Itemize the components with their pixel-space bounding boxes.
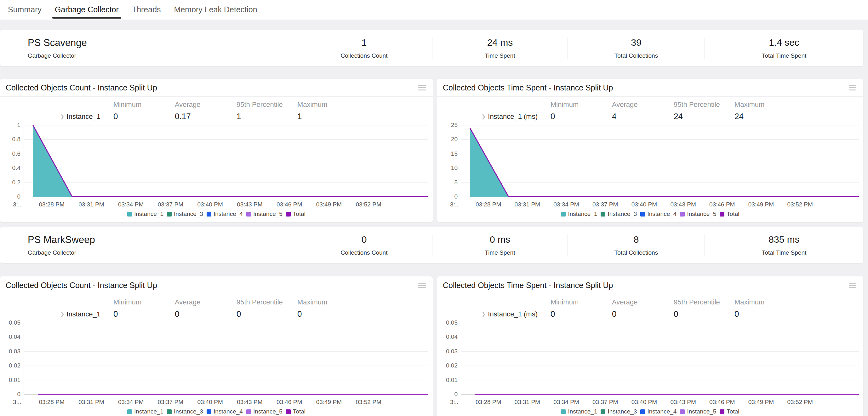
charts-row-2: Collected Objects Count - Instance Split… [0,276,863,416]
legend-item-instance_5[interactable]: Instance_5 [680,210,716,217]
x-axis-tick-label: 03:43 PM [237,201,262,208]
x-axis-tick-label: 03:28 PM [39,201,64,208]
instance-row-toggle[interactable]: ❯Instance_1 (ms) [437,113,549,121]
legend-swatch [127,409,132,414]
legend-swatch [680,409,685,414]
legend-item-total[interactable]: Total [286,408,306,415]
legend-item-total[interactable]: Total [720,210,739,217]
column-header-95th-percentile: 95th Percentile [673,100,733,109]
legend-item-instance_3[interactable]: Instance_3 [167,210,203,217]
legend-label: Instance_3 [174,210,203,217]
column-header-minimum: Minimum [549,100,611,109]
column-header-minimum: Minimum [112,298,174,306]
y-axis-tick-label: 0 [454,391,458,398]
hamburger-menu-icon[interactable] [848,84,857,92]
chart-header: Collected Objects Time Spent - Instance … [437,79,863,97]
gc-name-sublabel: Garbage Collector [28,52,296,59]
legend-item-instance_4[interactable]: Instance_4 [640,408,677,415]
stat-total-time-spent: 1.4 sec Total Time Spent [705,37,863,59]
y-axis-tick-label: 0.04 [446,333,458,340]
series-line-total [33,125,428,197]
y-axis-tick-label: 20 [451,136,458,143]
legend-item-instance_1[interactable]: Instance_1 [127,210,163,217]
stat-maximum: 0 [733,309,863,319]
chart-legend: Instance_1Instance_3Instance_4Instance_5… [0,210,433,217]
x-axis: 3:..03:28 PM03:31 PM03:34 PM03:37 PM03:4… [461,396,859,407]
legend-item-instance_1[interactable]: Instance_1 [127,408,163,415]
legend-item-instance_1[interactable]: Instance_1 [561,210,597,217]
y-axis-tick-label: 0.03 [446,348,458,355]
stat-collections-count: 1 Collections Count [296,37,432,59]
legend-item-instance_4[interactable]: Instance_4 [207,408,243,415]
legend-swatch [640,212,645,216]
chart-plot-area: 2520151050 [461,125,859,197]
chart-header: Collected Objects Count - Instance Split… [0,79,433,97]
stat-value: 39 [631,37,641,48]
legend-swatch [246,409,251,414]
instance-row-label: Instance_1 (ms) [488,113,538,121]
series-svg [24,323,428,394]
x-axis-tick-label: 03:37 PM [158,399,183,406]
legend-label: Instance_1 [134,210,163,217]
gc-name: PS MarkSweep [28,234,296,245]
x-axis-tick-label: 03:28 PM [475,201,501,208]
x-axis-tick-label: 03:46 PM [709,399,735,406]
legend-item-total[interactable]: Total [286,210,306,217]
stat-minimum: 0 [112,112,174,121]
y-axis-tick-label: 0.04 [9,333,21,340]
hamburger-menu-icon[interactable] [417,281,427,289]
x-axis-tick-label: 03:52 PM [787,201,812,208]
legend-item-total[interactable]: Total [720,408,739,415]
legend-label: Instance_1 [134,408,163,415]
chart-legend: Instance_1Instance_3Instance_4Instance_5… [437,210,863,217]
x-axis: 3:..03:28 PM03:31 PM03:34 PM03:37 PM03:4… [24,396,428,407]
column-header-95th-percentile: 95th Percentile [235,298,296,306]
tab-summary[interactable]: Summary [5,0,45,20]
legend-item-instance_3[interactable]: Instance_3 [600,408,637,415]
hamburger-menu-icon[interactable] [848,281,857,289]
column-header-average: Average [611,100,673,109]
column-header-average: Average [174,298,235,306]
legend-item-instance_5[interactable]: Instance_5 [246,210,282,217]
x-axis-tick-label: 03:34 PM [553,201,579,208]
legend-item-instance_4[interactable]: Instance_4 [207,210,243,217]
legend-swatch [207,212,211,216]
x-axis-tick-label: 3:.. [13,201,21,208]
chart-panel-collected-objects-time-spent-1: Collected Objects Time Spent - Instance … [437,79,863,222]
hamburger-menu-icon[interactable] [417,84,427,92]
stat-label: Collections Count [341,249,388,256]
legend-label: Total [293,210,306,217]
legend-item-instance_5[interactable]: Instance_5 [680,408,716,415]
legend-item-instance_3[interactable]: Instance_3 [167,408,203,415]
legend-item-instance_3[interactable]: Instance_3 [600,210,637,217]
charts-row-1: Collected Objects Count - Instance Split… [0,79,863,222]
x-axis-tick-label: 03:43 PM [670,399,696,406]
chart-header: Collected Objects Time Spent - Instance … [437,276,863,294]
instance-row-toggle[interactable]: ❯Instance_1 [0,113,112,121]
chart-stats-table: Minimum Average 95th Percentile Maximum … [0,294,433,319]
legend-item-instance_5[interactable]: Instance_5 [246,408,282,415]
x-axis-tick-label: 3:.. [13,399,21,406]
x-axis-tick-label: 03:52 PM [787,399,812,406]
column-header-maximum: Maximum [733,298,863,306]
instance-row-toggle[interactable]: ❯Instance_1 [0,310,112,318]
legend-label: Instance_3 [174,408,203,415]
stat-collections-count: 0 Collections Count [296,235,432,256]
column-header-maximum: Maximum [296,100,433,109]
chevron-right-icon: ❯ [60,114,64,119]
x-axis-tick-label: 03:49 PM [748,201,774,208]
x-axis-tick-label: 03:52 PM [355,201,381,208]
tab-garbage-collector[interactable]: Garbage Collector [52,0,122,20]
legend-item-instance_1[interactable]: Instance_1 [561,408,597,415]
chart-title: Collected Objects Time Spent - Instance … [443,83,613,92]
legend-swatch [167,409,172,414]
x-axis-tick-label: 03:31 PM [79,399,104,406]
legend-item-instance_4[interactable]: Instance_4 [640,210,677,217]
stat-label: Total Collections [615,249,658,256]
x-axis: 3:..03:28 PM03:31 PM03:34 PM03:37 PM03:4… [24,199,428,209]
gc-name-block: PS Scavenge Garbage Collector [0,30,296,66]
tab-memory-leak-detection[interactable]: Memory Leak Detection [171,0,260,20]
y-axis-tick-label: 0 [17,193,21,200]
instance-row-toggle[interactable]: ❯Instance_1 (ms) [437,310,549,318]
tab-threads[interactable]: Threads [129,0,164,20]
